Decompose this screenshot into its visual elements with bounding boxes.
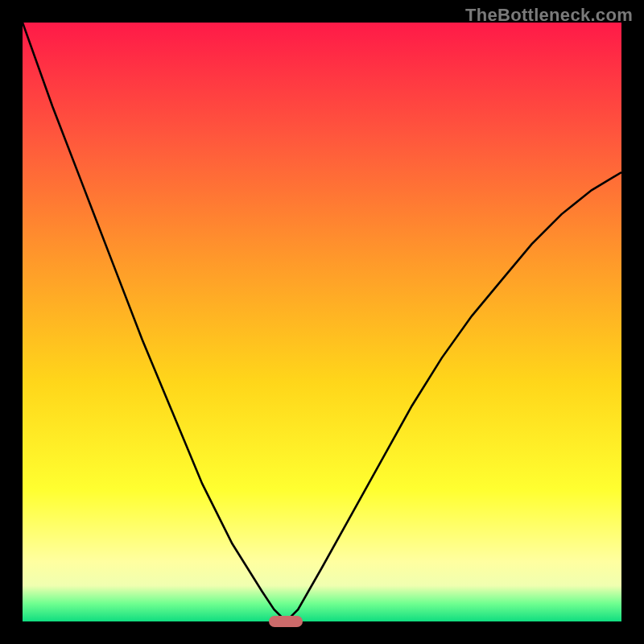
curve-left-branch — [23, 23, 286, 621]
plot-area — [23, 23, 621, 621]
min-marker — [269, 616, 303, 627]
bottleneck-curve — [23, 23, 621, 621]
watermark-text: TheBottleneck.com — [465, 5, 633, 26]
curve-right-branch — [286, 172, 621, 621]
chart-frame: TheBottleneck.com — [0, 0, 644, 644]
